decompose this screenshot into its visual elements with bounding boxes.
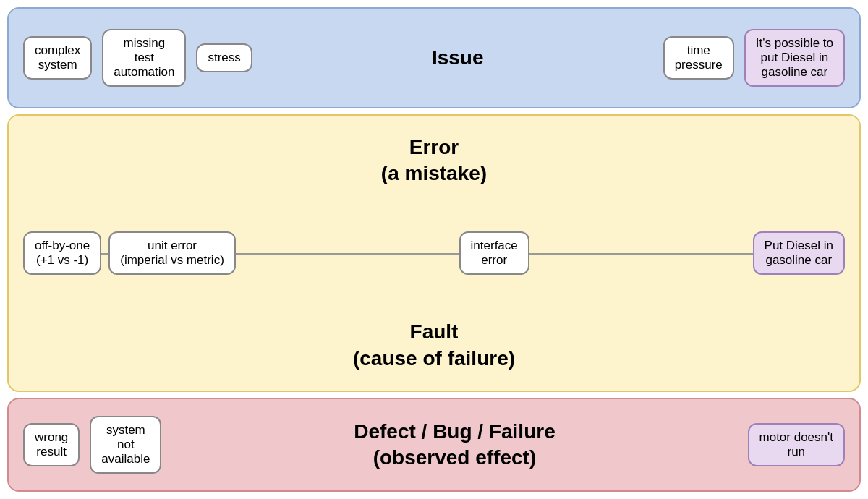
- tag-interface-error: interface error: [459, 231, 529, 275]
- tag-motor-doesnt-run: motor doesn't run: [748, 423, 845, 466]
- issue-left-tags: complex system missing test automation s…: [23, 29, 252, 87]
- defect-title: Defect / Bug / Failure (observed effect): [171, 419, 737, 472]
- fault-title: Fault (cause of failure): [23, 319, 845, 379]
- error-tags-row: off-by-one (+1 vs -1) unit error (imperi…: [23, 231, 845, 275]
- error-fault-section: Error (a mistake) off-by-one (+1 vs -1) …: [7, 114, 861, 392]
- tag-diesel-issue: It's possible to put Diesel in gasoline …: [744, 29, 845, 87]
- tag-complex-system: complex system: [23, 36, 92, 80]
- tag-stress: stress: [196, 43, 252, 72]
- tag-missing-test-automation: missing test automation: [102, 29, 186, 87]
- tag-system-not-available: system not available: [90, 416, 161, 474]
- issue-title: Issue: [263, 45, 653, 71]
- tag-off-by-one: off-by-one (+1 vs -1): [23, 231, 101, 275]
- error-title: Error (a mistake): [23, 127, 845, 187]
- defect-section: wrong result system not available Defect…: [7, 398, 861, 492]
- tag-time-pressure: time pressure: [663, 36, 734, 80]
- tag-diesel-error: Put Diesel in gasoline car: [753, 231, 845, 275]
- issue-right-tags: time pressure It's possible to put Diese…: [663, 29, 845, 87]
- defect-right-tags: motor doesn't run: [748, 423, 845, 466]
- tag-wrong-result: wrong result: [23, 423, 80, 466]
- issue-section: complex system missing test automation s…: [7, 7, 861, 108]
- tag-unit-error: unit error (imperial vs metric): [109, 231, 236, 275]
- defect-left-tags: wrong result system not available: [23, 416, 161, 474]
